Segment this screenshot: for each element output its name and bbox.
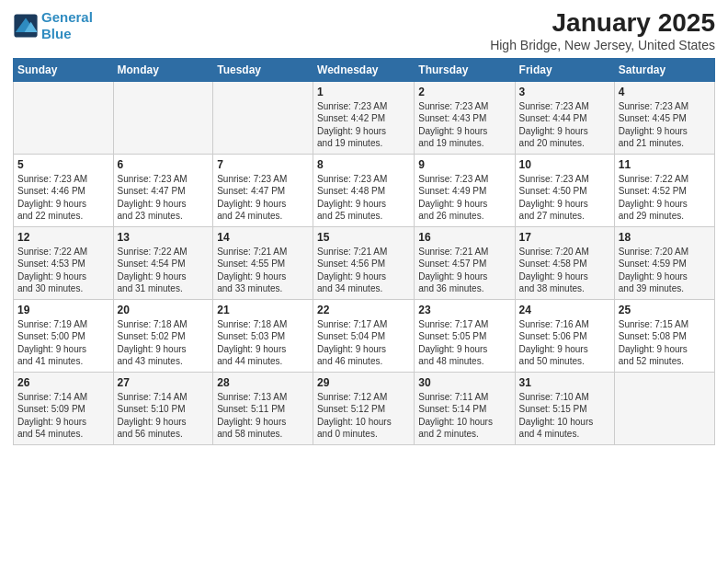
day-info: Sunrise: 7:19 AM Sunset: 5:00 PM Dayligh… — [17, 318, 109, 368]
day-cell: 31Sunrise: 7:10 AM Sunset: 5:15 PM Dayli… — [515, 372, 614, 444]
day-cell: 1Sunrise: 7:23 AM Sunset: 4:42 PM Daylig… — [313, 81, 415, 154]
day-info: Sunrise: 7:15 AM Sunset: 5:08 PM Dayligh… — [619, 318, 711, 368]
day-number: 23 — [418, 304, 510, 316]
day-number: 10 — [519, 158, 610, 171]
day-info: Sunrise: 7:23 AM Sunset: 4:43 PM Dayligh… — [418, 100, 510, 150]
col-header-thursday: Thursday — [415, 58, 515, 81]
day-cell: 30Sunrise: 7:11 AM Sunset: 5:14 PM Dayli… — [415, 372, 515, 444]
day-cell: 11Sunrise: 7:22 AM Sunset: 4:52 PM Dayli… — [614, 154, 714, 226]
day-number: 19 — [17, 304, 109, 316]
col-header-wednesday: Wednesday — [313, 58, 415, 81]
day-cell: 23Sunrise: 7:17 AM Sunset: 5:05 PM Dayli… — [415, 299, 515, 372]
day-cell: 8Sunrise: 7:23 AM Sunset: 4:48 PM Daylig… — [313, 154, 415, 226]
day-cell: 20Sunrise: 7:18 AM Sunset: 5:02 PM Dayli… — [113, 299, 213, 372]
calendar-table: SundayMondayTuesdayWednesdayThursdayFrid… — [13, 58, 715, 445]
day-cell: 12Sunrise: 7:22 AM Sunset: 4:53 PM Dayli… — [14, 226, 114, 299]
day-number: 8 — [317, 158, 410, 171]
logo-icon — [13, 13, 39, 39]
day-info: Sunrise: 7:21 AM Sunset: 4:56 PM Dayligh… — [317, 246, 410, 295]
day-cell: 27Sunrise: 7:14 AM Sunset: 5:10 PM Dayli… — [113, 372, 213, 444]
day-number: 26 — [17, 376, 109, 389]
day-number: 7 — [217, 158, 309, 171]
day-number: 25 — [619, 304, 711, 316]
day-cell: 19Sunrise: 7:19 AM Sunset: 5:00 PM Dayli… — [14, 299, 114, 372]
location: High Bridge, New Jersey, United States — [490, 38, 715, 52]
day-number: 15 — [317, 231, 410, 244]
day-number: 4 — [619, 86, 711, 98]
day-cell: 16Sunrise: 7:21 AM Sunset: 4:57 PM Dayli… — [415, 226, 515, 299]
day-cell: 26Sunrise: 7:14 AM Sunset: 5:09 PM Dayli… — [14, 372, 114, 444]
day-number: 2 — [418, 86, 510, 98]
week-row-5: 26Sunrise: 7:14 AM Sunset: 5:09 PM Dayli… — [14, 372, 715, 444]
day-cell: 17Sunrise: 7:20 AM Sunset: 4:58 PM Dayli… — [515, 226, 614, 299]
week-row-3: 12Sunrise: 7:22 AM Sunset: 4:53 PM Dayli… — [14, 226, 715, 299]
day-cell — [614, 372, 714, 444]
calendar-header-row: SundayMondayTuesdayWednesdayThursdayFrid… — [14, 58, 715, 81]
day-cell: 3Sunrise: 7:23 AM Sunset: 4:44 PM Daylig… — [515, 81, 614, 154]
day-cell: 7Sunrise: 7:23 AM Sunset: 4:47 PM Daylig… — [213, 154, 313, 226]
day-info: Sunrise: 7:12 AM Sunset: 5:12 PM Dayligh… — [317, 391, 410, 441]
day-number: 16 — [418, 231, 510, 244]
day-cell — [213, 81, 313, 154]
day-cell — [14, 81, 114, 154]
day-info: Sunrise: 7:22 AM Sunset: 4:53 PM Dayligh… — [17, 246, 109, 295]
day-number: 31 — [519, 376, 610, 389]
day-number: 20 — [118, 304, 210, 316]
day-cell: 9Sunrise: 7:23 AM Sunset: 4:49 PM Daylig… — [415, 154, 515, 226]
day-info: Sunrise: 7:23 AM Sunset: 4:49 PM Dayligh… — [418, 173, 510, 223]
day-info: Sunrise: 7:23 AM Sunset: 4:48 PM Dayligh… — [317, 173, 410, 223]
day-number: 18 — [619, 231, 711, 244]
day-cell: 24Sunrise: 7:16 AM Sunset: 5:06 PM Dayli… — [515, 299, 614, 372]
logo-text: General Blue — [41, 9, 93, 42]
page: General Blue January 2025 High Bridge, N… — [0, 0, 728, 563]
day-info: Sunrise: 7:22 AM Sunset: 4:54 PM Dayligh… — [118, 246, 210, 295]
day-number: 22 — [317, 304, 410, 316]
day-info: Sunrise: 7:22 AM Sunset: 4:52 PM Dayligh… — [619, 173, 711, 223]
day-info: Sunrise: 7:18 AM Sunset: 5:03 PM Dayligh… — [217, 318, 309, 368]
day-info: Sunrise: 7:14 AM Sunset: 5:10 PM Dayligh… — [118, 391, 210, 441]
day-info: Sunrise: 7:18 AM Sunset: 5:02 PM Dayligh… — [118, 318, 210, 368]
day-cell: 4Sunrise: 7:23 AM Sunset: 4:45 PM Daylig… — [614, 81, 714, 154]
day-info: Sunrise: 7:23 AM Sunset: 4:47 PM Dayligh… — [118, 173, 210, 223]
day-number: 21 — [217, 304, 309, 316]
day-info: Sunrise: 7:17 AM Sunset: 5:05 PM Dayligh… — [418, 318, 510, 368]
logo-general: General — [41, 9, 93, 25]
day-info: Sunrise: 7:14 AM Sunset: 5:09 PM Dayligh… — [17, 391, 109, 441]
day-number: 5 — [17, 158, 109, 171]
logo-blue: Blue — [41, 26, 72, 41]
col-header-friday: Friday — [515, 58, 614, 81]
day-cell: 18Sunrise: 7:20 AM Sunset: 4:59 PM Dayli… — [614, 226, 714, 299]
col-header-tuesday: Tuesday — [213, 58, 313, 81]
day-number: 30 — [418, 376, 510, 389]
day-cell: 6Sunrise: 7:23 AM Sunset: 4:47 PM Daylig… — [113, 154, 213, 226]
day-cell — [113, 81, 213, 154]
day-number: 12 — [17, 231, 109, 244]
day-info: Sunrise: 7:11 AM Sunset: 5:14 PM Dayligh… — [418, 391, 510, 441]
day-cell: 28Sunrise: 7:13 AM Sunset: 5:11 PM Dayli… — [213, 372, 313, 444]
col-header-sunday: Sunday — [14, 58, 114, 81]
day-cell: 10Sunrise: 7:23 AM Sunset: 4:50 PM Dayli… — [515, 154, 614, 226]
day-cell: 14Sunrise: 7:21 AM Sunset: 4:55 PM Dayli… — [213, 226, 313, 299]
week-row-2: 5Sunrise: 7:23 AM Sunset: 4:46 PM Daylig… — [14, 154, 715, 226]
logo: General Blue — [13, 9, 93, 42]
col-header-saturday: Saturday — [614, 58, 714, 81]
week-row-4: 19Sunrise: 7:19 AM Sunset: 5:00 PM Dayli… — [14, 299, 715, 372]
day-info: Sunrise: 7:23 AM Sunset: 4:50 PM Dayligh… — [519, 173, 610, 223]
day-number: 28 — [217, 376, 309, 389]
day-info: Sunrise: 7:10 AM Sunset: 5:15 PM Dayligh… — [519, 391, 610, 441]
day-cell: 2Sunrise: 7:23 AM Sunset: 4:43 PM Daylig… — [415, 81, 515, 154]
day-number: 27 — [118, 376, 210, 389]
day-cell: 21Sunrise: 7:18 AM Sunset: 5:03 PM Dayli… — [213, 299, 313, 372]
day-info: Sunrise: 7:21 AM Sunset: 4:57 PM Dayligh… — [418, 246, 510, 295]
day-number: 1 — [317, 86, 410, 98]
day-cell: 22Sunrise: 7:17 AM Sunset: 5:04 PM Dayli… — [313, 299, 415, 372]
day-number: 9 — [418, 158, 510, 171]
day-info: Sunrise: 7:16 AM Sunset: 5:06 PM Dayligh… — [519, 318, 610, 368]
day-number: 6 — [118, 158, 210, 171]
day-number: 13 — [118, 231, 210, 244]
day-number: 3 — [519, 86, 610, 98]
day-cell: 5Sunrise: 7:23 AM Sunset: 4:46 PM Daylig… — [14, 154, 114, 226]
day-number: 24 — [519, 304, 610, 316]
day-info: Sunrise: 7:23 AM Sunset: 4:45 PM Dayligh… — [619, 100, 711, 150]
day-info: Sunrise: 7:13 AM Sunset: 5:11 PM Dayligh… — [217, 391, 309, 441]
